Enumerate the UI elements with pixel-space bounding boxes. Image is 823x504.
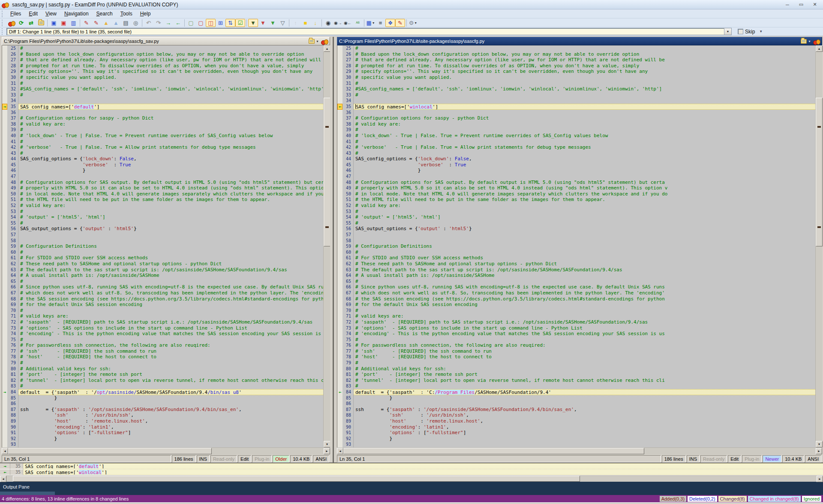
show-checked-icon[interactable]: ☑ [235,19,245,27]
code-line[interactable]: 63# The default path to the sas start up… [2,267,323,273]
open-files-icon[interactable] [36,19,46,27]
scroll-right-icon[interactable]: ► [816,448,822,454]
layout-icon[interactable]: ▦▼ [366,19,375,27]
code-line[interactable]: 46 } [2,168,323,174]
code-line[interactable]: 39# [2,127,323,133]
code-line[interactable]: 66# Since python uses utf-8, running SAS… [337,284,815,290]
code-line[interactable]: 80# Additional valid keys for ssh: [2,366,323,372]
code-line[interactable]: 92 } [2,436,323,442]
show-grid-view-icon[interactable]: ⊞ [216,19,225,27]
recompare-icon[interactable]: ⟳ [16,19,26,27]
code-line[interactable]: 25# [337,45,815,51]
code-line[interactable]: 92 } [337,436,815,442]
edit-second-icon[interactable]: ✎ [91,19,101,27]
find-next-icon[interactable]: ◉→ [333,19,343,27]
second-vertical-scrollbar[interactable]: ▲ ▼ [815,45,822,447]
code-line[interactable]: 61# For STDIO and STDIO over SSH access … [2,255,323,261]
scroll-left-icon[interactable]: ◄ [2,448,8,454]
scroll-thumb[interactable] [816,98,823,246]
prev-difference-icon[interactable]: ← [173,19,183,27]
code-line[interactable]: 57 [2,232,323,238]
diff-dropdown-icon[interactable]: ▼ [724,28,731,35]
first-file-header[interactable]: C:\Program Files\Python\Python37\Lib\sit… [2,37,330,45]
code-line[interactable]: 67# which does not work well as utf-8. S… [2,290,323,296]
code-line[interactable]: 48# Configuration options for SAS output… [337,180,815,186]
code-line[interactable]: 36 [337,110,815,116]
undo-icon[interactable]: ↶ [144,19,153,27]
menu-edit[interactable]: Edit [25,10,42,18]
sync-scroll-icon[interactable]: ⇅ [225,19,235,27]
code-line[interactable]: 64# A usual install path is: /opt/sasins… [2,273,323,279]
code-line[interactable]: 51# the HTML file will need to be put in… [337,197,815,203]
code-line[interactable]: 75# [2,337,323,343]
code-line[interactable]: 49# properly with HTML 5.0 so it can als… [337,185,815,191]
code-line[interactable]: 29# specify options=''. This way it's sp… [337,69,815,75]
code-line[interactable]: 79# [2,360,323,366]
scroll-down-icon[interactable]: ▼ [816,441,823,447]
code-line[interactable]: 68# the SAS session encoding (see https:… [337,296,815,302]
code-line[interactable]: 48# Configuration options for SAS output… [2,180,323,186]
code-line[interactable]: 50# in local mode. Note that HTML 4.0 wi… [2,191,323,197]
menu-files[interactable]: Files [6,10,25,18]
code-line[interactable]: 27# that are defined already. Any necess… [337,57,815,63]
code-line[interactable]: 89 'host' : 'remote.linux.host', [2,418,323,424]
code-line[interactable]: 55# [2,220,323,226]
code-line[interactable]: 75# [337,337,815,343]
code-line[interactable]: 47 [337,174,815,180]
code-line[interactable]: 44SAS_config_options = {'lock_down': Fal… [2,156,323,162]
find-prev-icon[interactable]: ◉← [343,19,353,27]
code-line[interactable]: 59# Configuration Definitions [337,243,815,249]
scroll-up-icon[interactable]: ▲ [324,45,330,52]
code-line[interactable]: 43# [337,150,815,156]
scroll-right-icon[interactable]: ► [817,476,823,482]
code-line[interactable]: 52# valid key are: [2,203,323,209]
line-inspector-icon[interactable]: ≡ [375,19,385,27]
show-first-file-icon[interactable]: ▢ [186,19,196,27]
code-line[interactable]: 81# 'port' - [integer] the remote ssh po… [2,372,323,378]
first-file-dropdown-icon[interactable]: ▼ [316,40,319,43]
diff-pane-scrollbar[interactable]: ◄ ► [0,475,823,482]
code-line[interactable]: 90 'encoding': 'latin1', [2,424,323,430]
code-line[interactable]: 56SAS_output_options = {'output' : 'html… [2,226,323,232]
last-diff-icon[interactable]: ↓ [310,19,320,27]
code-line[interactable]: 40# 'lock_down' - True | False. True = P… [2,133,323,139]
code-line[interactable]: 60# [337,249,815,255]
menu-help[interactable]: Help [136,10,155,18]
code-line[interactable]: 31# [2,81,323,87]
code-line[interactable]: 55# [337,220,815,226]
code-line[interactable]: 59# Configuration Definitions [2,243,323,249]
code-line[interactable]: →35SAS_config_names=['default'] [2,104,323,110]
code-line[interactable]: 28# prompted for at run time. To dissall… [337,63,815,69]
second-file-dropdown-icon[interactable]: ▼ [808,40,811,43]
settings-icon[interactable]: ⚙▼ [408,19,418,27]
code-line[interactable]: 77# 'ssh' - [REQUIRED] the ssh command t… [337,348,815,354]
save-all-icon[interactable]: ▥ [69,19,78,27]
code-line[interactable]: 31# [337,81,815,87]
menu-navigation[interactable]: Navigation [60,10,93,18]
code-line[interactable]: 76# For passwordless ssh connection, the… [337,342,815,348]
menu-search[interactable]: Search [93,10,117,18]
code-line[interactable]: 89 'host' : 'remote.linux.host', [337,418,815,424]
code-line[interactable]: 79# [337,360,815,366]
code-line[interactable]: 42# 'verbose' - True | False. True = All… [337,144,815,150]
replace-icon[interactable]: ᴬᴮ [353,19,363,27]
code-line[interactable]: 65# [337,279,815,285]
code-line[interactable]: 53# [2,209,323,215]
current-diff-row[interactable]: → 35SAS_config_names=['default'] [0,463,823,469]
merge-second-icon[interactable]: ▲ [111,19,121,27]
code-line[interactable]: 44SAS_config_options = {'lock_down': Fal… [337,156,815,162]
code-line[interactable]: 71# valid keys are: [337,313,815,319]
scroll-down-icon[interactable]: ▼ [324,441,330,447]
code-line[interactable]: 54# 'output' = ['html5', 'html'] [2,214,323,220]
code-line[interactable]: 73# 'options' - SAS options to include i… [337,325,815,331]
code-line[interactable]: 86 [2,401,323,407]
code-line[interactable]: 34 [337,98,815,104]
code-line[interactable]: 38# valid key are: [337,121,815,127]
code-line[interactable]: 30# specific value you want applied. [337,75,815,81]
first-horizontal-scrollbar[interactable]: ◄ ► [2,447,330,454]
code-line[interactable]: 74# 'encoding' - This is the python enco… [2,331,323,337]
menu-view[interactable]: View [42,10,60,18]
code-line[interactable]: 87ssh = {'saspath' : '/opt/sasinside/SAS… [2,407,323,413]
code-line[interactable]: 37# Configuration options for saspy - py… [337,115,815,121]
next-difference-icon[interactable]: → [163,19,173,27]
